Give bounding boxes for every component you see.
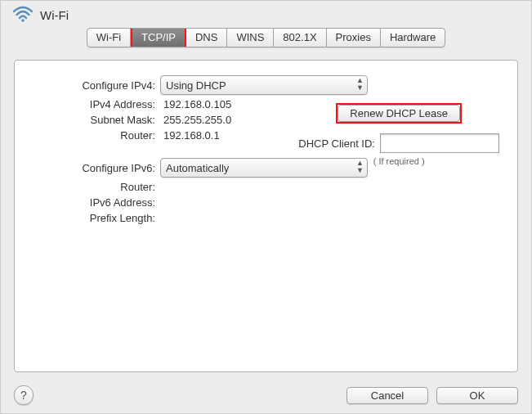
dhcp-client-id-label: DHCP Client ID: xyxy=(298,137,375,150)
configure-ipv4-value: Using DHCP xyxy=(166,79,226,92)
configure-ipv4-label: Configure IPv4: xyxy=(15,79,160,92)
ipv4-router-value: 192.168.0.1 xyxy=(160,129,220,142)
prefix-length-label: Prefix Length: xyxy=(15,212,160,224)
ipv4-address-label: IPv4 Address: xyxy=(15,98,160,110)
caret-icon: ▲▼ xyxy=(356,77,364,92)
window-header: Wi-Fi xyxy=(1,1,531,28)
tab-dns[interactable]: DNS xyxy=(186,29,227,47)
window-title: Wi-Fi xyxy=(40,8,69,22)
ipv4-address-value: 192.168.0.105 xyxy=(160,98,231,110)
subnet-mask-label: Subnet Mask: xyxy=(15,114,160,126)
content-panel: Configure IPv4: Using DHCP ▲▼ IPv4 Addre… xyxy=(14,60,518,372)
wifi-icon xyxy=(12,6,34,25)
tab-bar: Wi-Fi TCP/IP DNS WINS 802.1X Proxies Har… xyxy=(1,28,531,47)
tab-tcpip[interactable]: TCP/IP xyxy=(131,28,186,47)
ok-button[interactable]: OK xyxy=(436,387,518,404)
configure-ipv4-select[interactable]: Using DHCP ▲▼ xyxy=(160,75,368,95)
tab-wifi[interactable]: Wi-Fi xyxy=(87,29,131,47)
renew-dhcp-lease-button[interactable]: Renew DHCP Lease xyxy=(338,105,460,122)
help-button[interactable]: ? xyxy=(14,385,34,405)
tab-proxies[interactable]: Proxies xyxy=(327,29,381,47)
tab-8021x[interactable]: 802.1X xyxy=(274,29,326,47)
caret-icon: ▲▼ xyxy=(356,160,364,174)
ipv6-address-label: IPv6 Address: xyxy=(15,196,160,209)
cancel-button[interactable]: Cancel xyxy=(346,387,428,404)
footer: ? Cancel OK xyxy=(1,377,531,413)
tab-hardware[interactable]: Hardware xyxy=(381,29,445,47)
configure-ipv6-label: Configure IPv6: xyxy=(15,162,160,174)
ipv4-router-label: Router: xyxy=(15,129,160,142)
configure-ipv6-value: Automatically xyxy=(166,162,229,174)
network-advanced-window: Wi-Fi Wi-Fi TCP/IP DNS WINS 802.1X Proxi… xyxy=(0,0,532,414)
configure-ipv6-select[interactable]: Automatically ▲▼ xyxy=(160,158,368,178)
dhcp-right-pane: Renew DHCP Lease DHCP Client ID: ( If re… xyxy=(298,103,499,166)
ipv6-router-label: Router: xyxy=(15,181,160,193)
tab-wins[interactable]: WINS xyxy=(227,29,274,47)
dhcp-client-id-input[interactable] xyxy=(380,133,499,153)
svg-point-0 xyxy=(21,19,25,22)
subnet-mask-value: 255.255.255.0 xyxy=(160,114,231,126)
